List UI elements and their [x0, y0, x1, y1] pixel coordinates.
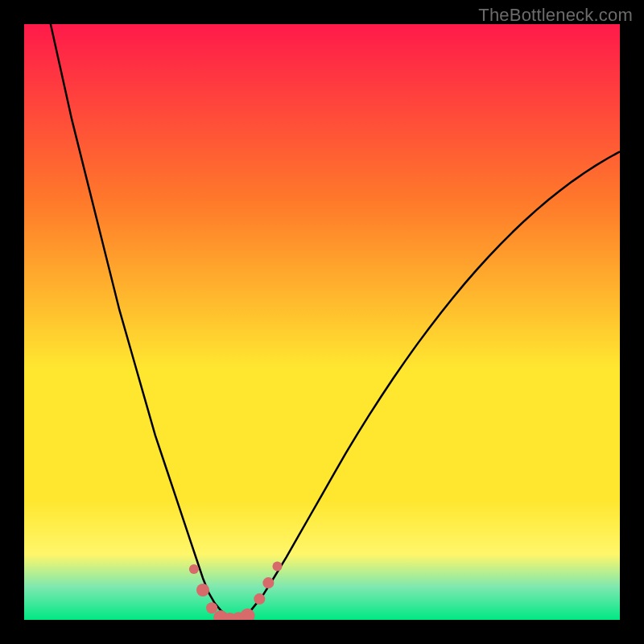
- chart-frame: TheBottleneck.com: [0, 0, 644, 644]
- data-marker: [189, 564, 199, 574]
- data-marker: [262, 577, 274, 588]
- data-marker: [206, 602, 217, 613]
- chart-svg: [24, 24, 620, 620]
- data-marker: [254, 593, 265, 605]
- plot-area: [24, 24, 620, 620]
- watermark-text: TheBottleneck.com: [478, 5, 633, 26]
- gradient-background: [24, 24, 620, 620]
- data-marker: [196, 584, 209, 597]
- data-marker: [273, 561, 283, 571]
